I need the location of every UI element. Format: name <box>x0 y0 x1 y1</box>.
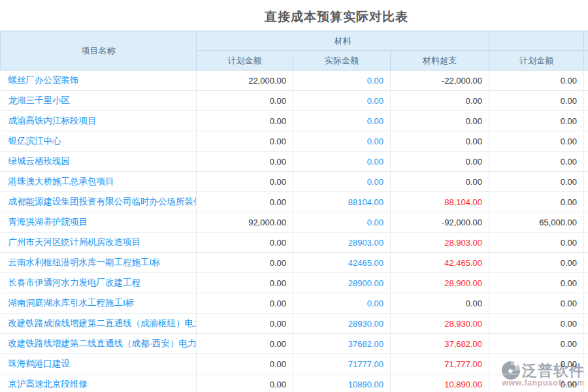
header-project-name: 项目名称 <box>1 31 197 71</box>
table-row: 港珠澳大桥施工总承包项目0.000.000.000.00 <box>1 172 588 192</box>
actual-amount-cell[interactable]: 10890.00 <box>293 374 391 392</box>
actual-amount-cell[interactable]: 0.00 <box>293 293 391 314</box>
project-name-cell: 港珠澳大桥施工总承包项目 <box>1 172 197 192</box>
project-name-link[interactable]: 银亿滨江中心 <box>8 136 61 146</box>
project-name-cell: 云南水利枢纽潜明水库一期工程施工I标 <box>1 253 197 273</box>
spacer-cell <box>584 152 588 172</box>
actual-amount-cell[interactable]: 0.00 <box>293 91 391 111</box>
actual-amount-cell[interactable]: 0.00 <box>293 152 391 172</box>
project-name-link[interactable]: 长春市伊通河水力发电厂改建工程 <box>8 278 141 287</box>
actual-amount-cell[interactable]: 42465.00 <box>293 253 391 273</box>
table-row: 龙湖三千里小区0.000.000.000.00 <box>1 91 588 111</box>
table-row: 云南水利枢纽潜明水库一期工程施工I标0.0042465.0042,465.000… <box>1 253 588 273</box>
overrun-amount-cell: 0.00 <box>391 111 489 131</box>
planned-amount-2-cell: 0.00 <box>489 172 584 192</box>
table-row: 长春市伊通河水力发电厂改建工程0.0028900.0028,900.000.00 <box>1 273 588 293</box>
spacer-cell <box>584 334 588 354</box>
overrun-amount-cell: 28,900.00 <box>391 273 489 293</box>
project-name-link[interactable]: 京沪高速北京段维修 <box>8 379 88 389</box>
comparison-table-wrap: 项目名称 材料 计划金额 实际金额 材料超支 计划金额 螺丝厂办公室装饰22,0… <box>0 31 588 392</box>
actual-amount-cell[interactable]: 0.00 <box>293 71 391 91</box>
header-group-sliver <box>584 31 588 51</box>
overrun-amount-cell: 0.00 <box>391 293 489 314</box>
actual-amount-cell[interactable]: 28900.00 <box>293 273 391 293</box>
project-name-link[interactable]: 云南水利枢纽潜明水库一期工程施工I标 <box>8 257 161 267</box>
spacer-cell <box>584 111 588 131</box>
project-name-cell: 京沪高速北京段维修 <box>1 374 197 392</box>
actual-amount-cell[interactable]: 0.00 <box>293 172 391 192</box>
planned-amount-2-cell: 0.00 <box>489 131 584 152</box>
overrun-amount-cell: -92,000.00 <box>391 212 489 233</box>
table-row: 广州市天河区统计局机房改造项目0.0028903.0028,903.000.00 <box>1 233 588 253</box>
planned-amount-cell: 0.00 <box>197 374 293 392</box>
planned-amount-cell: 0.00 <box>197 152 293 172</box>
planned-amount-2-cell: 0.00 <box>489 152 584 172</box>
planned-amount-cell: 0.00 <box>197 111 293 131</box>
spacer-cell <box>584 233 588 253</box>
table-row: 成渝高铁内江标段项目0.000.000.000.00 <box>1 111 588 131</box>
spacer-cell <box>584 212 588 233</box>
actual-amount-cell[interactable]: 88104.00 <box>293 192 391 212</box>
planned-amount-cell: 22,000.00 <box>197 71 293 91</box>
planned-amount-2-cell: 0.00 <box>489 374 584 392</box>
planned-amount-cell: 0.00 <box>197 334 293 354</box>
actual-amount-cell[interactable]: 28903.00 <box>293 233 391 253</box>
project-name-cell: 广州市天河区统计局机房改造项目 <box>1 233 197 253</box>
actual-amount-cell[interactable]: 0.00 <box>293 111 391 131</box>
planned-amount-2-cell: 0.00 <box>489 111 584 131</box>
table-body: 螺丝厂办公室装饰22,000.000.00-22,000.000.00龙湖三千里… <box>1 71 588 392</box>
overrun-amount-cell: 10,890.00 <box>391 374 489 392</box>
project-name-link[interactable]: 改建铁路成渝线增建第二直通线（成渝枢纽）电力线 <box>8 318 197 328</box>
planned-amount-cell: 0.00 <box>197 253 293 273</box>
spacer-cell <box>584 273 588 293</box>
project-name-link[interactable]: 青海洪湖养护院项目 <box>8 217 88 227</box>
project-name-link[interactable]: 螺丝厂办公室装饰 <box>8 75 79 85</box>
planned-amount-cell: 0.00 <box>197 273 293 293</box>
project-name-cell: 长春市伊通河水力发电厂改建工程 <box>1 273 197 293</box>
planned-amount-cell: 0.00 <box>197 172 293 192</box>
overrun-amount-cell: 37,682.00 <box>391 334 489 354</box>
project-name-link[interactable]: 龙湖三千里小区 <box>8 95 71 105</box>
actual-amount-cell[interactable]: 71777.00 <box>293 354 391 374</box>
planned-amount-cell: 0.00 <box>197 131 293 152</box>
planned-amount-2-cell: 0.00 <box>489 273 584 293</box>
project-name-link[interactable]: 港珠澳大桥施工总承包项目 <box>8 176 114 186</box>
actual-amount-cell[interactable]: 37682.00 <box>293 334 391 354</box>
project-name-link[interactable]: 湖南洞庭湖水库引水工程施工I标 <box>8 298 135 308</box>
planned-amount-cell: 0.00 <box>197 192 293 212</box>
overrun-amount-cell: 0.00 <box>391 172 489 192</box>
planned-amount-2-cell: 0.00 <box>489 354 584 374</box>
spacer-cell <box>584 172 588 192</box>
header-planned-amount: 计划金额 <box>197 51 293 71</box>
planned-amount-2-cell: 65,000.00 <box>489 212 584 233</box>
project-name-cell: 龙湖三千里小区 <box>1 91 197 111</box>
overrun-amount-cell: 88,104.00 <box>391 192 489 212</box>
project-name-link[interactable]: 绿城云栖玫瑰园 <box>8 156 71 166</box>
spacer-cell <box>584 192 588 212</box>
actual-amount-cell[interactable]: 0.00 <box>293 212 391 233</box>
project-name-link[interactable]: 改建铁路线增建第二线直通线（成都-西安）电力线路 <box>8 338 197 348</box>
project-name-link[interactable]: 珠海鹤港口建设 <box>8 359 71 368</box>
overrun-amount-cell: 71,777.00 <box>391 354 489 374</box>
table-row: 青海洪湖养护院项目92,000.000.00-92,000.0065,000.0… <box>1 212 588 233</box>
planned-amount-2-cell: 0.00 <box>489 253 584 273</box>
spacer-cell <box>584 71 588 91</box>
comparison-table: 项目名称 材料 计划金额 实际金额 材料超支 计划金额 螺丝厂办公室装饰22,0… <box>0 31 588 392</box>
spacer-cell <box>584 293 588 314</box>
overrun-amount-cell: 28,930.00 <box>391 314 489 334</box>
header-material-overrun: 材料超支 <box>391 51 489 71</box>
project-name-link[interactable]: 广州市天河区统计局机房改造项目 <box>8 237 141 247</box>
project-name-link[interactable]: 成都能源建设集团投资有限公司临时办公场所装修改 <box>8 197 197 206</box>
overrun-amount-cell: 0.00 <box>391 91 489 111</box>
actual-amount-cell[interactable]: 0.00 <box>293 131 391 152</box>
planned-amount-cell: 0.00 <box>197 293 293 314</box>
project-name-cell: 绿城云栖玫瑰园 <box>1 152 197 172</box>
table-row: 成都能源建设集团投资有限公司临时办公场所装修改0.0088104.0088,10… <box>1 192 588 212</box>
table-row: 绿城云栖玫瑰园0.000.000.000.00 <box>1 152 588 172</box>
spacer-cell <box>584 253 588 273</box>
project-name-link[interactable]: 成渝高铁内江标段项目 <box>8 116 97 125</box>
overrun-amount-cell: 28,903.00 <box>391 233 489 253</box>
actual-amount-cell[interactable]: 28930.00 <box>293 314 391 334</box>
spacer-cell <box>584 354 588 374</box>
table-row: 银亿滨江中心0.000.000.000.00 <box>1 131 588 152</box>
